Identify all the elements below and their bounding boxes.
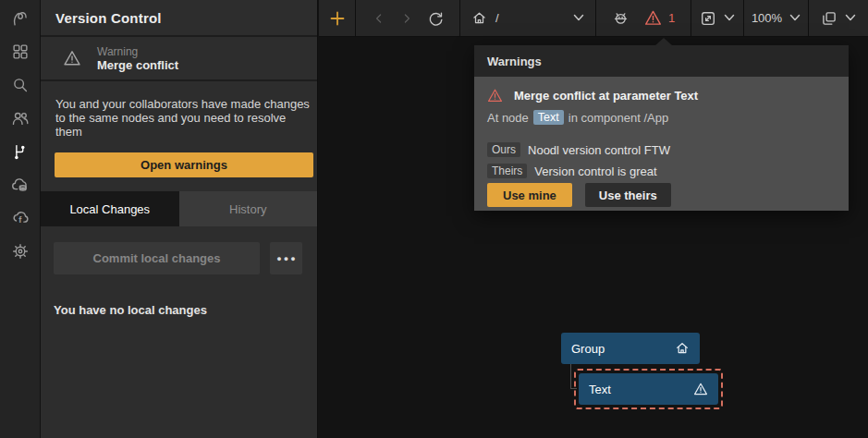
debug-group: 1 <box>596 0 691 36</box>
component-path: / <box>495 11 499 25</box>
noodl-logo-icon[interactable] <box>10 8 31 29</box>
back-button[interactable] <box>372 11 386 26</box>
warning-triangle-icon <box>63 49 81 67</box>
more-options-button[interactable]: ●●● <box>270 242 302 274</box>
add-node-button[interactable] <box>319 0 356 36</box>
tab-local-changes[interactable]: Local Changes <box>41 191 179 226</box>
bug-icon <box>612 9 630 27</box>
popup-pointer <box>655 38 672 45</box>
panel-tabs: Local Changes History <box>41 191 317 226</box>
node-label: Group <box>571 342 605 356</box>
conflict-title: Merge conflict at parameter Text <box>514 89 698 103</box>
refresh-button[interactable] <box>427 10 444 27</box>
noodl-editor-window: f Version Control Warning Merge conflict… <box>0 0 868 438</box>
home-icon <box>675 341 690 356</box>
canvas-toolbar: / 1 100% <box>319 0 868 37</box>
conflict-location: At node Text in component /App <box>487 110 836 125</box>
node-name-chip: Text <box>533 110 564 125</box>
chevron-down-icon <box>789 14 801 22</box>
components-icon[interactable] <box>10 42 31 62</box>
collaborators-icon[interactable] <box>10 108 31 128</box>
ours-chip: Ours <box>487 142 520 157</box>
use-mine-button[interactable]: Use mine <box>487 183 572 207</box>
node-label: Text <box>589 383 611 396</box>
location-prefix: At node <box>487 111 529 125</box>
debug-button[interactable] <box>612 9 630 27</box>
popup-title: Warnings <box>474 45 849 77</box>
version-control-icon[interactable] <box>10 141 31 162</box>
ours-row: Ours Noodl version control FTW <box>487 142 836 157</box>
theirs-row: Theirs Version control is great <box>487 164 836 178</box>
icon-sidebar: f <box>0 0 41 438</box>
use-theirs-button[interactable]: Use theirs <box>585 183 671 207</box>
chevron-down-icon <box>573 14 584 22</box>
zoom-level: 100% <box>752 11 782 25</box>
commit-local-changes-button[interactable]: Commit local changes <box>54 242 260 274</box>
no-local-changes-message: You have no local changes <box>54 303 317 317</box>
refresh-icon <box>427 10 444 27</box>
chevron-down-icon <box>845 14 856 22</box>
forward-button[interactable] <box>399 11 414 26</box>
layers-icon <box>821 10 837 27</box>
navigation-group <box>356 0 460 36</box>
popup-body: Merge conflict at parameter Text At node… <box>474 77 849 207</box>
selection-outline: Text <box>574 369 723 409</box>
merge-conflict-summary: Warning Merge conflict <box>41 37 317 81</box>
version-control-panel: Version Control Warning Merge conflict Y… <box>41 0 318 438</box>
expand-icon <box>700 10 716 27</box>
warning-count-badge: 1 <box>668 11 675 25</box>
location-suffix: in component /App <box>568 111 668 125</box>
cloud-services-icon[interactable] <box>10 175 31 195</box>
conflict-description: You and your collaborators have made cha… <box>55 97 314 139</box>
plus-icon <box>329 10 346 27</box>
open-warnings-button[interactable]: Open warnings <box>55 152 313 177</box>
warning-triangle-icon <box>644 9 662 27</box>
chevron-left-icon <box>372 11 386 26</box>
commit-row: Commit local changes ●●● <box>54 242 302 274</box>
warnings-popup: Warnings Merge conflict at parameter Tex… <box>474 45 849 211</box>
warning-label: Warning <box>97 45 178 58</box>
home-icon <box>471 10 487 26</box>
component-path-dropdown[interactable]: / <box>460 0 596 36</box>
chevron-right-icon <box>399 11 414 26</box>
warning-triangle-icon <box>487 88 503 103</box>
theirs-value: Version control is great <box>534 164 656 178</box>
settings-icon[interactable] <box>10 241 31 262</box>
warning-message: Merge conflict <box>97 58 178 72</box>
viewport-dropdown[interactable] <box>809 0 868 36</box>
warnings-button[interactable]: 1 <box>644 9 675 27</box>
warning-triangle-icon <box>693 382 708 396</box>
search-icon[interactable] <box>10 75 31 95</box>
preview-size-dropdown[interactable] <box>691 0 744 36</box>
ours-value: Noodl version control FTW <box>528 143 670 157</box>
node-group[interactable]: Group <box>561 333 700 364</box>
cloud-functions-icon[interactable]: f <box>10 208 31 228</box>
chevron-down-icon <box>724 14 735 22</box>
panel-title: Version Control <box>41 0 317 37</box>
zoom-dropdown[interactable]: 100% <box>744 0 809 36</box>
node-text[interactable]: Text <box>579 373 718 405</box>
svg-text:f: f <box>18 215 22 225</box>
theirs-chip: Theirs <box>487 164 527 178</box>
main-region: / 1 100% <box>319 0 868 438</box>
tab-history[interactable]: History <box>179 191 318 226</box>
